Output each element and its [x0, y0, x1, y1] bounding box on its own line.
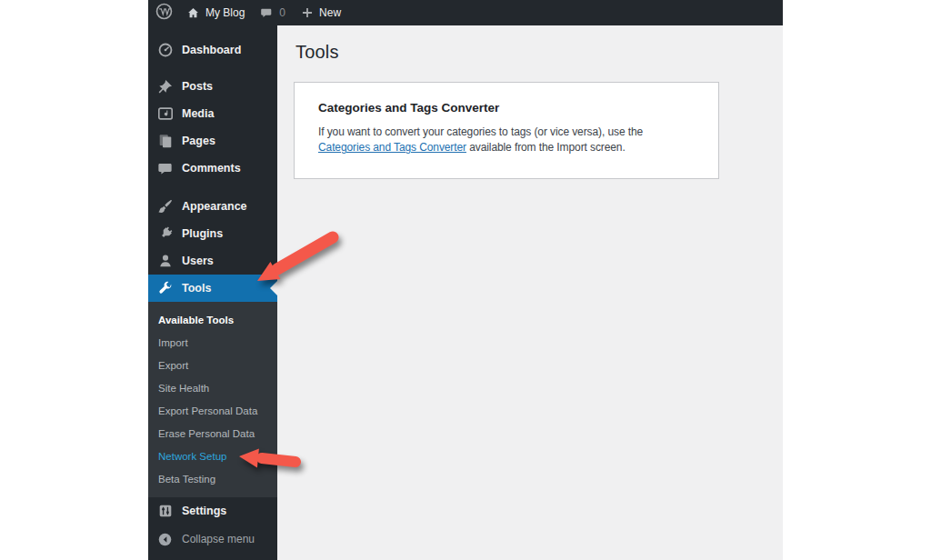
submenu-item-label: Export Personal Data [158, 405, 257, 416]
sidebar-item-label: Posts [182, 80, 213, 93]
pin-icon [156, 78, 174, 95]
brush-icon [156, 198, 174, 215]
categories-tags-converter-link[interactable]: Categories and Tags Converter [318, 141, 466, 154]
sidebar-item-label: Appearance [182, 200, 247, 213]
submenu-item-label: Network Setup [158, 451, 226, 462]
dashboard-icon [156, 42, 174, 59]
submenu-item-label: Export [158, 360, 188, 371]
submenu-item-label: Import [158, 337, 188, 348]
sidebar-item-label: Media [182, 107, 214, 120]
user-icon [156, 253, 174, 270]
sidebar-item-label: Comments [182, 162, 241, 175]
submenu-item-label: Available Tools [158, 315, 234, 325]
submenu-item-network-setup[interactable]: Network Setup [148, 445, 277, 467]
card-text-before-link: If you want to convert your categories t… [318, 125, 643, 138]
card-title: Categories and Tags Converter [318, 101, 695, 115]
collapse-arrow-icon [156, 531, 174, 548]
sidebar-item-appearance[interactable]: Appearance [148, 193, 277, 220]
main-content: Tools Categories and Tags Converter If y… [277, 25, 783, 560]
home-icon [186, 6, 200, 20]
submenu-item-beta-testing[interactable]: Beta Testing [148, 467, 277, 490]
submenu-item-erase-personal-data[interactable]: Erase Personal Data [148, 422, 277, 445]
plug-icon [156, 225, 174, 243]
plus-icon [301, 6, 314, 19]
page-title: Tools [295, 42, 783, 63]
card-text-after-link: available from the Import screen. [466, 141, 626, 154]
wordpress-admin-window: My Blog 0 New [148, 0, 783, 560]
submenu-item-available-tools[interactable]: Available Tools [148, 308, 277, 331]
submenu-item-label: Beta Testing [158, 474, 215, 485]
submenu-item-site-health[interactable]: Site Health [148, 376, 277, 399]
submenu-item-label: Erase Personal Data [158, 428, 255, 439]
sidebar-item-settings[interactable]: Settings [148, 497, 277, 525]
comments-shortcut[interactable]: 0 [260, 0, 285, 25]
sidebar-item-comments[interactable]: Comments [148, 155, 277, 182]
tools-submenu: Available Tools Import Export Site Healt… [148, 302, 277, 497]
wrench-icon [156, 280, 174, 297]
sidebar-item-users[interactable]: Users [148, 247, 277, 275]
sliders-icon [156, 503, 174, 520]
sidebar-item-label: Dashboard [182, 44, 241, 56]
wordpress-logo-icon [155, 3, 173, 23]
comment-bubble-icon [156, 160, 174, 177]
sidebar-item-label: Tools [182, 282, 211, 295]
sidebar-item-label: Pages [182, 135, 215, 147]
submenu-item-import[interactable]: Import [148, 331, 277, 354]
sidebar-item-label: Users [182, 255, 214, 267]
site-name-label: My Blog [205, 6, 245, 19]
categories-tags-converter-card: Categories and Tags Converter If you wan… [294, 82, 719, 179]
sidebar-item-posts[interactable]: Posts [148, 73, 277, 100]
submenu-item-export[interactable]: Export [148, 354, 277, 376]
sidebar-item-dashboard[interactable]: Dashboard [148, 36, 277, 64]
submenu-item-label: Site Health [158, 383, 209, 394]
comment-count: 0 [279, 6, 285, 19]
new-content-button[interactable]: New [301, 0, 341, 25]
sidebar-item-media[interactable]: Media [148, 100, 277, 127]
site-name-link[interactable]: My Blog [186, 0, 245, 25]
submenu-item-export-personal-data[interactable]: Export Personal Data [148, 399, 277, 422]
collapse-menu-button[interactable]: Collapse menu [148, 525, 277, 553]
sidebar-item-pages[interactable]: Pages [148, 127, 277, 155]
admin-sidebar: Dashboard Posts Media [148, 25, 277, 560]
sidebar-item-label: Settings [182, 505, 226, 517]
sidebar-item-plugins[interactable]: Plugins [148, 220, 277, 247]
comment-bubble-icon [260, 6, 274, 20]
collapse-menu-label: Collapse menu [182, 533, 255, 545]
wordpress-logo-button[interactable] [155, 0, 173, 25]
admin-bar: My Blog 0 New [148, 0, 783, 25]
card-description: If you want to convert your categories t… [318, 125, 695, 156]
media-icon [156, 105, 174, 123]
pages-icon [156, 133, 174, 150]
sidebar-item-tools[interactable]: Tools [148, 275, 277, 302]
sidebar-item-label: Plugins [182, 227, 223, 240]
new-label: New [319, 6, 341, 19]
